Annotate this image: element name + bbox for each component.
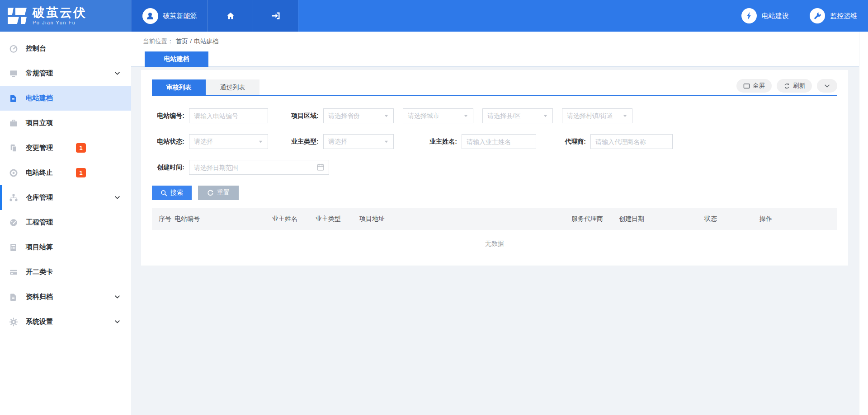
col-owner-name: 业主姓名	[272, 208, 316, 230]
table-header-row: 序号 电站编号 业主姓名 业主类型 项目地址 服务代理商 创建日期 状态 操作	[152, 208, 837, 230]
city-select[interactable]: 请选择城市	[403, 108, 473, 123]
account-menu[interactable]: 破茧新能源	[131, 0, 208, 32]
village-select[interactable]: 请选择村镇/街道	[562, 108, 632, 123]
station-status-select[interactable]: 请选择	[189, 134, 268, 149]
logout-button[interactable]	[253, 0, 298, 32]
owner-type-select[interactable]: 请选择	[323, 134, 394, 149]
app-root: 破茧云伏 Po Jian Yun Fu 破茧新能源	[0, 0, 868, 415]
company-name: 破茧新能源	[163, 12, 197, 20]
owner-type-value: 请选择	[328, 138, 347, 146]
page-tab-station-filing[interactable]: 电站建档	[145, 51, 208, 67]
sidebar-item-data-archive[interactable]: 资料归档	[0, 284, 131, 309]
date-range-picker[interactable]	[189, 160, 329, 175]
chevron-down-icon	[114, 70, 120, 76]
fullscreen-icon	[743, 83, 750, 89]
sidebar-item-console[interactable]: 控制台	[0, 36, 131, 61]
brand-logo-icon	[7, 7, 28, 25]
city-select-value: 请选择城市	[408, 112, 439, 120]
brand-block: 破茧云伏 Po Jian Yun Fu	[0, 0, 131, 32]
brand-name-cn: 破茧云伏	[33, 6, 87, 19]
sidebar-item-project-initiation[interactable]: 项目立项	[0, 111, 131, 135]
tab-passed-list[interactable]: 通过列表	[206, 79, 259, 95]
sidebar-item-station-termination[interactable]: 电站终止 1	[0, 160, 131, 185]
sidebar-item-station-filing[interactable]: 电站建档	[0, 86, 131, 111]
reset-button[interactable]: 重置	[198, 186, 239, 200]
nav-label: 电站建设	[762, 12, 789, 20]
sidebar-item-project-settlement[interactable]: 项目结算	[0, 235, 131, 260]
empty-state-text: 无数据	[152, 230, 837, 265]
main-area: 当前位置： 首页 / 电站建档 电站建档 审核列表 通过列表	[131, 32, 868, 415]
collapse-panel-button[interactable]	[817, 79, 837, 93]
station-no-input[interactable]	[189, 108, 268, 123]
chevron-down-icon	[824, 83, 830, 89]
sidebar-item-change-mgmt[interactable]: 变更管理 1	[0, 135, 131, 160]
sidebar-item-engineering-mgmt[interactable]: 工程管理	[0, 210, 131, 235]
sidebar: 控制台 常规管理 电站建档 项	[0, 32, 131, 415]
sidebar-item-warehouse-mgmt[interactable]: 仓库管理	[0, 185, 131, 210]
monitor-icon	[9, 69, 20, 79]
sidebar-item-label: 控制台	[26, 44, 46, 53]
search-button[interactable]: 搜索	[152, 186, 192, 200]
chevron-down-icon	[114, 294, 120, 300]
sidebar-item-label: 项目结算	[26, 243, 53, 252]
county-select[interactable]: 请选择县/区	[482, 108, 553, 123]
agent-input[interactable]	[590, 134, 673, 149]
col-project-address: 项目地址	[359, 208, 571, 230]
sidebar-item-system-settings[interactable]: 系统设置	[0, 309, 131, 334]
sidebar-item-open-type2-card[interactable]: 开二类卡	[0, 260, 131, 284]
breadcrumb-separator: /	[190, 37, 192, 46]
fullscreen-button[interactable]: 全屏	[736, 79, 772, 93]
sidebar-item-label: 常规管理	[26, 69, 53, 78]
caret-down-icon	[623, 113, 627, 118]
records-table: 序号 电站编号 业主姓名 业主类型 项目地址 服务代理商 创建日期 状态 操作	[152, 208, 837, 265]
bolt-icon	[741, 8, 757, 23]
brand-name-en: Po Jian Yun Fu	[33, 20, 87, 25]
tab-review-list[interactable]: 审核列表	[152, 79, 206, 95]
search-label: 搜索	[170, 189, 183, 197]
home-button[interactable]	[208, 0, 253, 32]
province-select-value: 请选择省份	[328, 112, 360, 120]
col-create-date: 创建日期	[619, 208, 704, 230]
sidebar-item-label: 资料归档	[26, 293, 53, 301]
col-station-no: 电站编号	[175, 208, 272, 230]
record-icon	[9, 168, 20, 178]
gear-icon	[9, 317, 20, 327]
reset-icon	[207, 190, 214, 196]
login-icon	[270, 10, 281, 21]
agent-label: 代理商:	[536, 138, 590, 146]
notification-badge: 1	[76, 143, 86, 153]
sidebar-item-label: 工程管理	[26, 218, 53, 227]
refresh-button[interactable]: 刷新	[777, 79, 812, 93]
vertical-scrollbar[interactable]	[859, 32, 868, 415]
caret-down-icon	[463, 113, 468, 118]
province-select[interactable]: 请选择省份	[323, 108, 394, 123]
filter-actions: 搜索 重置	[152, 186, 837, 200]
empty-row: 无数据	[152, 230, 837, 265]
fullscreen-label: 全屏	[753, 82, 765, 90]
refresh-icon	[783, 83, 790, 89]
archive-icon	[9, 292, 20, 302]
caret-down-icon	[543, 113, 548, 118]
col-status: 状态	[704, 208, 760, 230]
date-range-input[interactable]	[189, 160, 329, 175]
owner-name-input[interactable]	[462, 134, 536, 149]
sidebar-item-general-mgmt[interactable]: 常规管理	[0, 61, 131, 86]
col-service-agent: 服务代理商	[571, 208, 619, 230]
nav-station-construction[interactable]: 电站建设	[741, 8, 789, 23]
chevron-down-icon	[114, 319, 120, 325]
wrench-icon	[810, 8, 825, 23]
card-icon	[9, 267, 20, 277]
sidebar-item-label: 仓库管理	[26, 193, 53, 202]
create-time-label: 创建时间:	[152, 163, 189, 172]
notification-badge: 1	[76, 168, 86, 177]
breadcrumb: 当前位置： 首页 / 电站建档	[143, 37, 218, 46]
breadcrumb-home-link[interactable]: 首页	[176, 37, 188, 46]
sidebar-item-label: 开二类卡	[26, 268, 53, 276]
search-icon	[160, 190, 167, 196]
nav-monitoring-ops[interactable]: 监控运维	[810, 8, 857, 23]
col-actions: 操作	[760, 208, 837, 230]
copy-icon	[9, 143, 20, 153]
gauge-icon	[9, 44, 20, 54]
sitemap-icon	[9, 193, 20, 203]
home-icon	[226, 11, 236, 21]
